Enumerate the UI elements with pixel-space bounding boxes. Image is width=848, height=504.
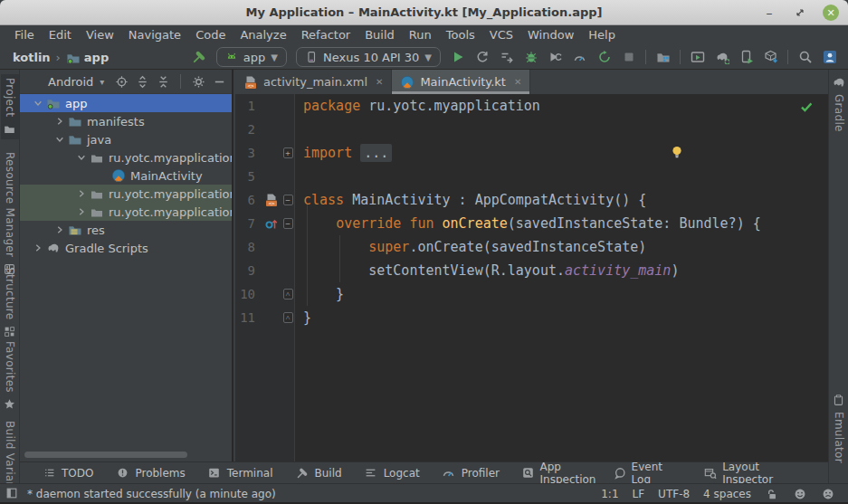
menu-window[interactable]: Window bbox=[520, 25, 581, 45]
stop-button[interactable] bbox=[617, 46, 640, 68]
tool-button-problems[interactable]: Problems bbox=[115, 466, 185, 480]
avd-manager-button[interactable] bbox=[686, 46, 709, 68]
menu-refactor[interactable]: Refactor bbox=[294, 25, 358, 45]
chevron-down-icon[interactable] bbox=[52, 133, 67, 146]
menu-help[interactable]: Help bbox=[581, 25, 623, 45]
override-method-icon[interactable] bbox=[262, 216, 281, 231]
tab-mainactivity-kt[interactable]: MainActivity.kt✕ bbox=[392, 70, 530, 94]
close-tab-icon[interactable]: ✕ bbox=[376, 77, 383, 87]
encoding[interactable]: UTF-8 bbox=[658, 488, 690, 500]
tool-button-event-log[interactable]: Event Log bbox=[614, 461, 680, 486]
fold-marker-end[interactable]: ˄ bbox=[281, 312, 295, 323]
expand-all-icon[interactable] bbox=[135, 74, 149, 89]
tool-stripe-build-variants[interactable]: Build Variants bbox=[3, 421, 17, 483]
sdk-manager-button[interactable] bbox=[759, 46, 782, 68]
tool-button-terminal[interactable]: Terminal bbox=[207, 466, 273, 480]
editor-line-10[interactable]: 10˄ } bbox=[235, 282, 828, 306]
menu-analyze[interactable]: Analyze bbox=[233, 25, 293, 45]
tool-stripe-resource-manager[interactable]: Resource Manager bbox=[3, 152, 17, 276]
chevron-down-icon[interactable] bbox=[31, 97, 45, 109]
feedback-sad-icon[interactable] bbox=[821, 487, 835, 501]
tool-window-switcher-icon[interactable] bbox=[5, 487, 20, 501]
sync-gradle-button[interactable] bbox=[710, 46, 733, 68]
tree-item-java[interactable]: java bbox=[20, 130, 232, 148]
breadcrumb[interactable]: kotlin › app bbox=[0, 51, 109, 64]
menu-file[interactable]: File bbox=[7, 25, 42, 45]
editor-line-5[interactable]: 5 bbox=[235, 165, 828, 188]
locate-icon[interactable] bbox=[114, 74, 129, 89]
restore-button[interactable] bbox=[792, 5, 808, 21]
editor-line-2[interactable]: 2 bbox=[235, 118, 828, 141]
tree-item-ru-yotc-myapplication[interactable]: ru.yotc.myapplication bbox=[20, 148, 232, 166]
project-view-mode[interactable]: Android bbox=[48, 75, 93, 89]
run-configuration-select[interactable]: app ▼ bbox=[216, 47, 287, 67]
fold-marker-plus[interactable]: + bbox=[281, 147, 295, 158]
lock-open-icon[interactable] bbox=[765, 487, 779, 501]
run-button[interactable] bbox=[446, 46, 469, 68]
tool-stripe-emulator[interactable]: Emulator bbox=[832, 393, 846, 463]
menu-edit[interactable]: Edit bbox=[42, 25, 79, 45]
chevron-right-icon[interactable] bbox=[74, 205, 89, 218]
menu-tools[interactable]: Tools bbox=[439, 25, 482, 45]
tool-stripe-gradle[interactable]: Gradle bbox=[832, 75, 846, 132]
line-ending[interactable]: LF bbox=[633, 488, 645, 500]
search-everywhere-button[interactable] bbox=[794, 46, 816, 68]
chevron-down-icon[interactable]: ▾ bbox=[100, 77, 104, 87]
device-manager-button[interactable] bbox=[735, 46, 757, 68]
feedback-happy-icon[interactable] bbox=[793, 487, 807, 501]
device-file-explorer-button[interactable] bbox=[652, 46, 674, 68]
chevron-down-icon[interactable] bbox=[74, 151, 89, 164]
tool-stripe-project[interactable]: Project bbox=[1, 74, 19, 139]
tree-item-mainactivity[interactable]: MainActivity bbox=[20, 166, 232, 185]
tree-item-gradle-scripts[interactable]: Gradle Scripts bbox=[20, 239, 232, 257]
editor-line-9[interactable]: 9 setContentView(R.layout.activity_main) bbox=[235, 259, 828, 282]
settings-icon[interactable] bbox=[191, 74, 205, 89]
tree-item-res[interactable]: res bbox=[20, 221, 232, 239]
profile-avatar-button[interactable] bbox=[818, 46, 841, 68]
menu-vcs[interactable]: VCS bbox=[482, 25, 520, 45]
layout-file-icon[interactable]: <> bbox=[262, 193, 281, 207]
editor-line-11[interactable]: 11˄} bbox=[235, 306, 828, 329]
editor-line-1[interactable]: 1package ru.yotc.myapplication bbox=[235, 94, 828, 118]
tree-item-app[interactable]: app bbox=[20, 94, 232, 112]
tool-button-logcat[interactable]: Logcat bbox=[364, 466, 420, 480]
breadcrumb-root[interactable]: kotlin bbox=[13, 51, 51, 64]
rerun-activity-button[interactable] bbox=[593, 46, 615, 68]
apply-changes-button[interactable] bbox=[471, 46, 493, 68]
horizontal-scrollbar[interactable] bbox=[24, 452, 187, 458]
chevron-right-icon[interactable] bbox=[52, 115, 67, 128]
menu-run[interactable]: Run bbox=[402, 25, 439, 45]
menu-view[interactable]: View bbox=[79, 25, 121, 45]
hide-icon[interactable] bbox=[212, 74, 226, 89]
tree-item-ru-yotc-myapplication[interactable]: ru.yotc.myapplication(tes bbox=[20, 203, 232, 221]
collapse-all-icon[interactable] bbox=[156, 74, 170, 89]
editor-line-8[interactable]: 8 super.onCreate(savedInstanceState) bbox=[235, 235, 828, 259]
close-button[interactable]: ✕ bbox=[823, 5, 839, 21]
debug-button[interactable] bbox=[519, 46, 542, 68]
editor-line-3[interactable]: 3+import ... bbox=[235, 141, 828, 165]
fold-marker-minus[interactable]: − bbox=[281, 218, 295, 229]
tool-stripe-structure[interactable]: Structure bbox=[3, 267, 17, 339]
indent-setting[interactable]: 4 spaces bbox=[703, 488, 751, 500]
menu-build[interactable]: Build bbox=[357, 25, 402, 45]
apply-code-changes-button[interactable] bbox=[495, 46, 518, 68]
tool-button-layout-inspector[interactable]: Layout Inspector bbox=[704, 461, 803, 486]
build-button[interactable] bbox=[188, 46, 211, 68]
fold-marker-minus[interactable]: − bbox=[281, 195, 295, 205]
profile-button[interactable] bbox=[568, 46, 591, 68]
tool-button-profiler[interactable]: Profiler bbox=[442, 466, 500, 480]
tool-button-build[interactable]: Build bbox=[295, 466, 342, 480]
tree-item-ru-yotc-myapplication[interactable]: ru.yotc.myapplication(andro bbox=[20, 185, 232, 203]
editor-line-7[interactable]: 7− override fun onCreate(savedInstanceSt… bbox=[235, 212, 828, 235]
attach-debugger-button[interactable] bbox=[544, 46, 567, 68]
editor-line-6[interactable]: 6<>−class MainActivity : AppCompatActivi… bbox=[235, 188, 828, 212]
tool-button-todo[interactable]: TODO bbox=[42, 466, 93, 480]
tab-activity-main-xml[interactable]: <>activity_main.xml✕ bbox=[235, 70, 392, 94]
close-tab-icon[interactable]: ✕ bbox=[514, 77, 521, 87]
breadcrumb-module[interactable]: app bbox=[84, 51, 109, 64]
caret-position[interactable]: 1:1 bbox=[601, 488, 618, 500]
tool-button-app-inspection[interactable]: App Inspection bbox=[521, 461, 614, 486]
chevron-right-icon[interactable] bbox=[74, 187, 89, 200]
chevron-right-icon[interactable] bbox=[52, 223, 67, 236]
device-select[interactable]: Nexus 10 API 30 ▼ bbox=[296, 47, 441, 67]
